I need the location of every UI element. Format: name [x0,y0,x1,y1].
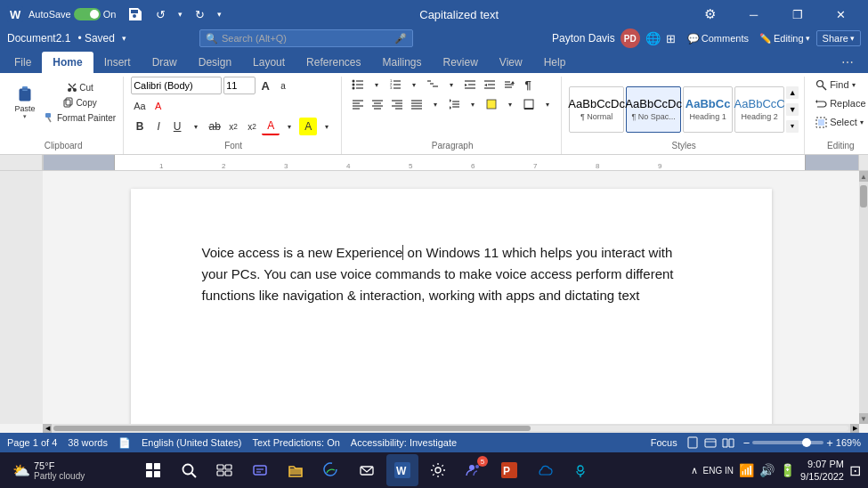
edge-button[interactable] [315,454,347,486]
font-size-input[interactable] [223,77,256,94]
decrease-indent-button[interactable] [461,77,479,93]
highlight-dropdown[interactable]: ▾ [318,118,336,135]
tab-references[interactable]: References [296,52,371,73]
line-spacing-dropdown[interactable]: ▾ [465,96,481,112]
horizontal-scrollbar[interactable]: ◀ ▶ [43,424,859,433]
settings-icon[interactable]: ⚙ [690,0,730,28]
battery-icon[interactable]: 🔋 [780,463,795,477]
scroll-thumb[interactable] [860,185,867,207]
tab-draw[interactable]: Draw [142,52,188,73]
system-clock[interactable]: 9:07 PM 9/15/2022 [800,458,844,484]
scroll-right-button[interactable]: ▶ [850,424,859,433]
mail-button[interactable] [351,454,383,486]
search-button[interactable] [173,454,205,486]
weather-widget[interactable]: ⛅ 75°F Partly cloudy [7,460,90,481]
editing-button[interactable]: ✏️ Editing ▾ [755,32,815,45]
multilevel-list-button[interactable] [424,77,442,93]
replace-button[interactable]: Replace [812,95,868,111]
restore-button[interactable]: ❐ [777,0,817,28]
word-taskbar-button[interactable]: W [386,454,418,486]
vertical-scrollbar[interactable]: ▲ ▼ [859,171,868,424]
language-indicator[interactable]: ENG IN [703,466,734,476]
style-normal[interactable]: AaBbCcDc ¶ Normal [569,86,624,133]
minimize-button[interactable]: ─ [734,0,774,28]
saved-dropdown[interactable]: ▾ [122,34,126,43]
zoom-out-button[interactable]: − [743,436,750,450]
select-button[interactable]: Select ▾ [812,114,867,130]
settings-button[interactable] [422,454,454,486]
globe-icon[interactable]: 🌐 [645,31,661,45]
copy-button[interactable]: Copy [43,95,118,110]
font-name-input[interactable] [131,77,222,94]
user-avatar[interactable]: PD [621,28,640,48]
bullet-list-button[interactable] [349,77,367,93]
paste-button[interactable]: Paste ▾ [9,77,41,126]
justify-dropdown[interactable]: ▾ [427,96,443,112]
teams-button[interactable]: 5 [458,454,490,486]
tab-layout[interactable]: Layout [242,52,296,73]
line-spacing-button[interactable] [445,96,463,112]
styles-more[interactable]: ▾ [786,120,799,133]
shading-button[interactable] [483,96,500,112]
justify-button[interactable] [408,96,426,112]
border-dropdown[interactable]: ▾ [539,96,556,112]
increase-indent-button[interactable] [481,77,499,93]
sort-button[interactable] [500,77,518,93]
scroll-left-button[interactable]: ◀ [43,424,52,433]
font-color-button[interactable]: A [262,118,280,135]
onedrive-button[interactable] [529,454,561,486]
underline-button[interactable]: U [168,118,186,135]
close-button[interactable]: ✕ [821,0,861,28]
border-button[interactable] [520,96,538,112]
notification-button[interactable]: ⊡ [849,462,861,479]
highlight-button[interactable]: A [299,118,317,135]
language-label[interactable]: English (United States) [142,437,242,448]
comments-button[interactable]: 💬 Comments [683,32,753,45]
zoom-slider[interactable] [752,441,823,444]
tab-insert[interactable]: Insert [93,52,142,73]
wifi-icon[interactable]: 📶 [739,463,754,477]
text-predictions-label[interactable]: Text Predictions: On [252,437,339,448]
undo-button[interactable]: ↺ [151,5,169,23]
change-case-button[interactable]: Aa [131,98,148,114]
style-no-spacing[interactable]: AaBbCcDc ¶ No Spac... [626,86,681,133]
redo-button[interactable]: ↻ [191,5,208,23]
zoom-level[interactable]: 169% [836,437,861,448]
search-box[interactable]: 🔍 Search (Alt+Q) 🎤 [199,29,413,47]
tab-mailings[interactable]: Mailings [371,52,432,73]
strikethrough-button[interactable]: ab [206,118,223,135]
underline-dropdown[interactable]: ▾ [187,118,205,135]
tab-home[interactable]: Home [42,52,93,73]
accessibility-label[interactable]: Accessibility: Investigate [351,437,457,448]
show-hide-button[interactable]: ¶ [520,77,536,93]
scroll-down-button[interactable]: ▼ [859,413,868,424]
superscript-button[interactable]: x2 [243,118,261,135]
align-right-button[interactable] [388,96,406,112]
center-button[interactable] [369,96,386,112]
layout-icon[interactable]: ⊞ [666,32,676,45]
focus-label[interactable]: Focus [651,437,677,448]
task-view-button[interactable] [208,454,240,486]
web-layout-button[interactable] [702,435,718,451]
tab-more-options[interactable]: ⋯ [831,52,864,73]
font-color-dropdown[interactable]: ▾ [280,118,298,135]
clear-format-button[interactable]: A [150,98,166,114]
doc-page[interactable]: Voice access is a new Experience on Wind… [131,189,772,424]
save-icon[interactable] [121,0,150,28]
tab-review[interactable]: Review [433,52,489,73]
start-button[interactable] [137,454,169,486]
numbered-list-button[interactable]: 1.2.3. [386,77,404,93]
share-button[interactable]: Share ▾ [816,30,861,46]
styles-scroll-up[interactable]: ▲ [786,86,799,99]
style-heading1[interactable]: AaBbCc Heading 1 [683,86,733,133]
tab-help[interactable]: Help [533,52,577,73]
shrink-font-button[interactable]: a [275,77,291,94]
italic-button[interactable]: I [150,118,167,135]
align-left-button[interactable] [349,96,367,112]
tab-design[interactable]: Design [188,52,242,73]
styles-scroll-down[interactable]: ▼ [786,103,799,116]
subscript-button[interactable]: x2 [224,118,242,135]
read-mode-button[interactable] [720,435,736,451]
shading-dropdown[interactable]: ▾ [502,96,518,112]
style-heading2[interactable]: AaBbCcC Heading 2 [734,86,784,133]
